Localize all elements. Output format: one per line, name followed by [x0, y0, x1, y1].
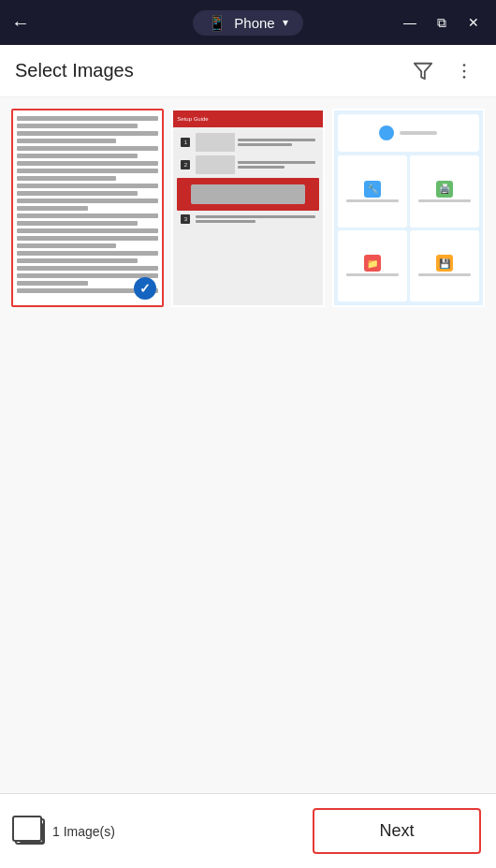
- svg-marker-0: [415, 63, 431, 79]
- window-controls: — ⧉ ✕: [395, 7, 489, 37]
- image-card-2[interactable]: Setup Guide 1 2: [171, 109, 324, 307]
- image-grid: ✓ Setup Guide 1 2: [0, 97, 496, 793]
- restore-button[interactable]: ⧉: [427, 7, 457, 37]
- chevron-down-icon: ▾: [283, 16, 288, 29]
- svg-point-2: [463, 69, 466, 72]
- next-button[interactable]: Next: [313, 808, 481, 854]
- image-count-icon: [15, 818, 45, 845]
- title-bar: ← 📱 Phone ▾ — ⧉ ✕: [0, 0, 496, 45]
- svg-point-3: [463, 76, 466, 79]
- more-options-button[interactable]: [447, 54, 481, 88]
- page-title: Select Images: [15, 60, 406, 81]
- image-count-text: 1 Image(s): [52, 824, 115, 839]
- more-icon: [454, 61, 474, 81]
- doc-preview-1: [13, 110, 162, 305]
- image-stack-icon: [17, 820, 47, 846]
- image-card-1[interactable]: ✓: [11, 109, 164, 307]
- filter-icon: [413, 61, 433, 81]
- svg-rect-4: [21, 824, 43, 843]
- doc-preview-3: 🔧 🖨️ 📁 �: [334, 110, 483, 305]
- close-button[interactable]: ✕: [459, 7, 489, 37]
- title-bar-label: Phone: [234, 15, 274, 31]
- doc-preview-2: Setup Guide 1 2: [173, 110, 322, 305]
- app-header: Select Images: [0, 45, 496, 97]
- minimize-button[interactable]: —: [395, 7, 425, 37]
- svg-point-1: [463, 64, 466, 66]
- back-button[interactable]: ←: [11, 12, 30, 34]
- svg-rect-5: [17, 820, 39, 839]
- footer: 1 Image(s) Next: [0, 793, 496, 868]
- phone-icon: 📱: [208, 14, 226, 32]
- image-card-3[interactable]: 🔧 🖨️ 📁 �: [332, 109, 485, 307]
- filter-button[interactable]: [406, 54, 440, 88]
- footer-left: 1 Image(s): [15, 818, 298, 845]
- header-icons: [406, 54, 481, 88]
- title-bar-center[interactable]: 📱 Phone ▾: [193, 10, 302, 36]
